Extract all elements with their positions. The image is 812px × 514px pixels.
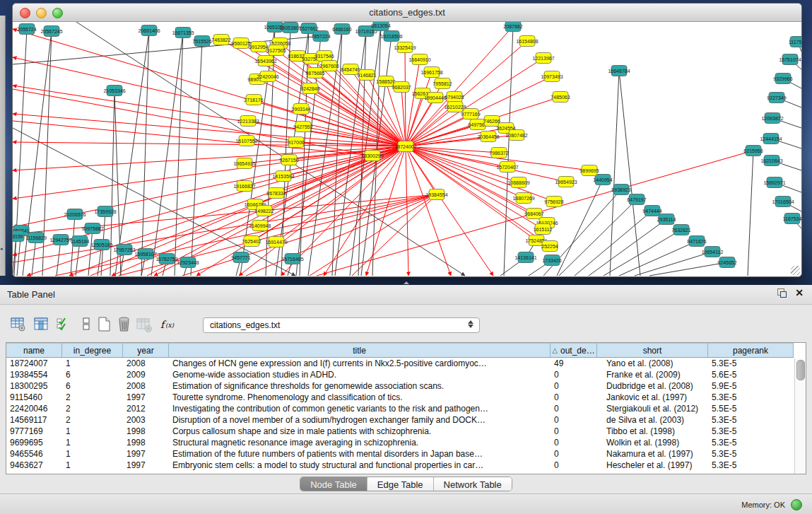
float-panel-icon[interactable] <box>777 288 787 298</box>
table-cell[interactable]: 0 <box>551 448 597 460</box>
table-cell[interactable]: 5.6E-5 <box>708 369 794 380</box>
table-cell[interactable]: 1 <box>62 426 123 437</box>
splitter-handle-icon[interactable] <box>404 281 409 284</box>
column-header-year[interactable]: year <box>123 343 169 358</box>
new-table-icon[interactable] <box>96 316 113 333</box>
table-row[interactable]: 946554611997Estimation of the future num… <box>6 448 806 460</box>
column-header-in_degree[interactable]: in_degree <box>62 343 123 358</box>
edge-selected[interactable] <box>406 146 451 276</box>
table-cell[interactable]: 5.3E-5 <box>708 437 794 448</box>
table-cell[interactable]: Investigating the contribution of common… <box>169 403 551 414</box>
table-cell[interactable]: 2 <box>62 414 123 426</box>
column-header-pagerank[interactable]: pagerank <box>708 343 794 358</box>
edge[interactable] <box>649 262 727 276</box>
table-cell[interactable]: 9777169 <box>6 426 62 437</box>
table-cell[interactable]: Changes of HCN gene expression and I(f) … <box>169 358 551 369</box>
table-cell[interactable]: 19384554 <box>6 369 62 380</box>
table-cell[interactable]: Tourette syndrome. Phenomenology and cla… <box>169 392 551 403</box>
table-cell[interactable]: 5.3E-5 <box>708 358 794 369</box>
table-cell[interactable]: 2 <box>62 392 123 403</box>
edge-selected[interactable] <box>13 89 372 156</box>
table-cell[interactable]: 0 <box>551 403 597 414</box>
edge[interactable] <box>619 71 640 276</box>
table-row[interactable]: 2242004622012Investigating the contribut… <box>6 403 806 414</box>
table-cell[interactable]: Estimation of the future numbers of pati… <box>169 448 551 460</box>
edge[interactable] <box>619 241 697 276</box>
table-cell[interactable]: 0 <box>551 369 597 380</box>
collapse-arrow-icon[interactable]: ◂ <box>0 246 3 252</box>
edge[interactable] <box>557 180 603 276</box>
table-cell[interactable]: 5.9E-5 <box>708 380 794 392</box>
table-cell[interactable]: Yano et al. (2008) <box>597 358 708 369</box>
edge-selected[interactable] <box>13 86 406 146</box>
edge[interactable] <box>115 30 149 276</box>
edge-selected[interactable] <box>257 79 406 146</box>
table-cell[interactable]: 0 <box>551 414 597 426</box>
column-header-title[interactable]: title <box>169 343 551 358</box>
table-row[interactable]: 946362711997Embryonic stem cells: a mode… <box>6 460 806 471</box>
table-cell[interactable]: 6 <box>62 380 123 392</box>
table-cell[interactable]: Disruption of a novel member of a sodium… <box>169 414 551 426</box>
table-row[interactable]: 911546021997Tourette syndrome. Phenomeno… <box>6 392 806 403</box>
table-cell[interactable]: 5.3E-5 <box>708 414 794 426</box>
table-row[interactable]: 969969511998Structural magnetic resonanc… <box>6 437 806 448</box>
window-resize-grip[interactable] <box>791 266 800 275</box>
close-panel-icon[interactable]: ✕ <box>795 288 804 298</box>
edge-selected[interactable] <box>405 47 406 146</box>
table-cell[interactable]: Tibbo et al. (1998) <box>597 426 708 437</box>
table-cell[interactable]: 1997 <box>123 460 169 471</box>
tab-network-table[interactable]: Network Table <box>434 477 512 491</box>
table-cell[interactable]: Corpus callosum shape and size in male p… <box>169 426 551 437</box>
table-cell[interactable]: Dudbridge et al. (2008) <box>597 380 708 392</box>
table-cell[interactable]: 2008 <box>123 358 169 369</box>
edge-selected[interactable] <box>406 93 423 146</box>
row-height-icon[interactable] <box>78 316 95 333</box>
edge-selected[interactable] <box>406 146 408 276</box>
table-cell[interactable]: Jankovic et al. (1997) <box>597 392 708 403</box>
table-cell[interactable]: 1 <box>62 448 123 460</box>
table-cell[interactable]: 49 <box>551 358 597 369</box>
table-cell[interactable]: 18300295 <box>6 380 62 392</box>
table-cell[interactable]: 2008 <box>123 380 169 392</box>
edge-selected[interactable] <box>352 194 437 276</box>
edge[interactable] <box>559 199 637 276</box>
table-cell[interactable]: 2003 <box>123 414 169 426</box>
table-cell[interactable]: Stergiakouli et al. (2012) <box>597 403 708 414</box>
zoom-window-button[interactable] <box>52 8 63 18</box>
table-cell[interactable]: 1998 <box>123 426 169 437</box>
column-header-short[interactable]: short <box>597 343 708 358</box>
table-settings-icon[interactable] <box>10 316 27 333</box>
table-cell[interactable]: Wolkin et al. (1998) <box>597 437 708 448</box>
table-cell[interactable]: 9465546 <box>6 448 62 460</box>
table-cell[interactable]: Genome-wide association studies in ADHD. <box>169 369 551 380</box>
close-window-button[interactable] <box>20 8 30 18</box>
table-cell[interactable]: de Silva et al. (2003) <box>597 414 708 426</box>
network-canvas[interactable]: 2055724205572452069140616671355751552610… <box>13 22 801 276</box>
table-cell[interactable]: 9115460 <box>6 392 62 403</box>
table-cell[interactable]: 6 <box>62 369 123 380</box>
table-cell[interactable]: 9463627 <box>6 460 62 471</box>
table-cell[interactable]: 0 <box>551 426 597 437</box>
table-row[interactable]: 1830029562008Estimation of significance … <box>6 380 806 392</box>
table-cell[interactable]: 5.3E-5 <box>708 460 794 471</box>
table-cell[interactable]: 5.3E-5 <box>708 448 794 460</box>
table-cell[interactable]: 18724007 <box>6 358 62 369</box>
table-row[interactable]: 1872400712008Changes of HCN gene express… <box>6 358 806 369</box>
table-cell[interactable]: Estimation of significance thresholds fo… <box>169 380 551 392</box>
table-row[interactable]: 1456911722003Disruption of a novel membe… <box>6 414 806 426</box>
edge[interactable] <box>748 151 753 276</box>
table-cell[interactable]: 1997 <box>123 392 169 403</box>
table-cell[interactable]: 2 <box>62 403 123 414</box>
show-columns-icon[interactable] <box>33 316 50 333</box>
table-cell[interactable]: 2009 <box>123 369 169 380</box>
table-cell[interactable]: 1997 <box>123 448 169 460</box>
table-cell[interactable]: 5.3E-5 <box>708 426 794 437</box>
table-cell[interactable]: 5.3E-5 <box>708 392 794 403</box>
tab-edge-table[interactable]: Edge Table <box>367 477 434 491</box>
table-cell[interactable]: Structural magnetic resonance image aver… <box>169 437 551 448</box>
column-header-out_de[interactable]: △out_de… <box>551 343 597 358</box>
function-builder-icon[interactable]: f(x) <box>159 316 180 333</box>
edge[interactable] <box>610 71 619 276</box>
table-cell[interactable]: Nakamura et al. (1997) <box>597 448 708 460</box>
tab-node-table[interactable]: Node Table <box>300 477 367 491</box>
